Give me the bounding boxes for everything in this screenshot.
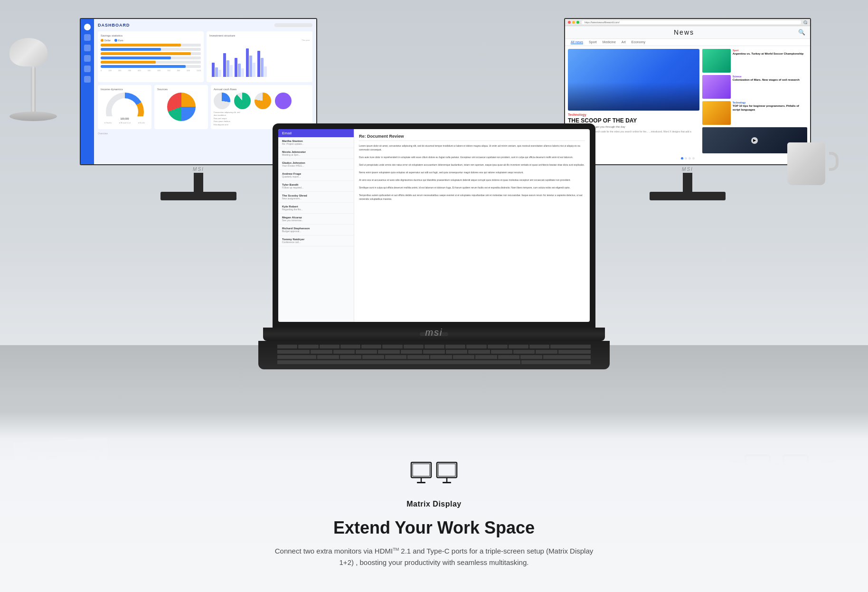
news-pagination [565, 157, 810, 160]
income-title: Income dynamics [101, 88, 149, 91]
news-card-sport: Sport Argentina vs. Turkey at World Socc… [702, 49, 807, 73]
news-title: News [674, 28, 694, 36]
email-preview-10: Conference call... [282, 241, 350, 244]
laptop: Email Martha Stanton Re: Project update.… [273, 123, 595, 369]
bottom-section: Matrix Display Extend Your Work Space Co… [0, 412, 868, 592]
mug-handle [829, 152, 839, 171]
email-item-6: The Scooby Shred New assignment... [278, 192, 354, 203]
laptop-screen: Email Martha Stanton Re: Project update.… [278, 129, 590, 322]
right-monitor-screen: https://latestnewsoftheworld.com/ 🔍 News… [564, 18, 811, 165]
sidebar-nav-2 [84, 45, 91, 51]
sidebar-logo [84, 24, 91, 30]
right-monitor-stand-neck [683, 173, 692, 192]
card3-category: Technology [733, 101, 807, 104]
email-item-3: Gladys Johnston Your invoice #4521... [278, 159, 354, 170]
matrix-display-icon-container [410, 460, 458, 495]
svg-rect-1 [413, 464, 430, 476]
laptop-brand: msi [425, 327, 443, 338]
main-scene: DASHBOARD Savings statistics Dollar Euro [0, 0, 868, 592]
email-item-10: Tommy Natdryer Conference call... [278, 235, 354, 246]
card3-title: TOP 10 tips for beginner programmers. Pi… [733, 104, 807, 112]
right-monitor-stand-base [650, 192, 726, 200]
email-item-5: Tyler Bandit Follow up required... [278, 181, 354, 192]
email-item-8: Megan Alcaraz See you tomorrow... [278, 214, 354, 225]
email-preview-5: Follow up required... [282, 186, 350, 189]
income-gauge [106, 93, 144, 116]
email-preview-4: Quarterly report... [282, 175, 350, 178]
email-preview-1: Re: Project update... [282, 142, 350, 145]
dashboard-widgets-row1: Savings statistics Dollar Euro [98, 31, 312, 82]
sidebar-nav-1 [84, 34, 91, 41]
matrix-display-icon [410, 460, 458, 493]
description-part1: Connect two extra monitors via HDMI [275, 547, 393, 555]
news-card-tech: Technology TOP 10 tips for beginner prog… [702, 101, 807, 125]
email-item-1: Martha Stanton Re: Project update... [278, 137, 354, 148]
matrix-display-label: Matrix Display [406, 500, 461, 508]
news-nav-medicine: Medicine [603, 40, 616, 44]
savings-title: Savings statistics [101, 34, 201, 37]
lamp-shade [9, 38, 47, 66]
news-side-cards: Sport Argentina vs. Turkey at World Socc… [702, 49, 807, 153]
card2-category: Science [733, 75, 800, 78]
sources-pie [167, 93, 196, 121]
mug-body [787, 142, 825, 185]
laptop-keyboard [277, 345, 591, 361]
cashflow-title: Annual cash flows [214, 88, 310, 91]
coffee-mug [787, 142, 830, 190]
dashboard-sidebar [81, 19, 94, 164]
email-body: Re: Document Review Lorem ipsum dolor si… [354, 129, 590, 322]
email-sidebar: Email Martha Stanton Re: Project update.… [278, 129, 354, 322]
email-item-9: Richard Stephenson Budget approval... [278, 225, 354, 235]
card1-category: Sport [733, 49, 803, 52]
email-header: Email [278, 129, 354, 137]
news-nav-sport: Sport [589, 40, 597, 44]
email-item-4: Andrew Frage Quarterly report... [278, 170, 354, 181]
news-nav-all: All news [571, 40, 583, 44]
email-preview-3: Your invoice #4521... [282, 164, 350, 167]
dashboard-search [274, 23, 312, 27]
svg-rect-5 [438, 464, 455, 476]
lamp-base [9, 112, 57, 121]
sources-widget: Sources [154, 85, 208, 129]
sidebar-nav-5 [84, 76, 91, 83]
income-widget: Income dynamics 100,000 ● Stocks● Mutual… [98, 85, 151, 129]
sources-title: Sources [157, 88, 205, 91]
laptop-screen-container: Email Martha Stanton Re: Project update.… [273, 123, 595, 328]
email-preview-2: Meeting at 3pm... [282, 153, 350, 156]
extend-description: Connect two extra monitors via HDMITM 2.… [268, 545, 600, 568]
email-item-2: Nicola Jebmoster Meeting at 3pm... [278, 148, 354, 159]
laptop-keyboard-base [258, 341, 610, 369]
extend-title: Extend Your Work Space [333, 518, 535, 538]
svg-rect-4 [437, 462, 457, 478]
cashflow-widget: Annual cash flows Consectetur adipiscing… [211, 85, 312, 129]
news-card-science: Science Colonization of Mars. New stages… [702, 75, 807, 99]
desk-lamp [9, 38, 57, 121]
email-preview-8: See you tomorrow... [282, 219, 350, 222]
email-preview-6: New assignment... [282, 197, 350, 200]
savings-bars [101, 44, 201, 68]
email-item-7: Kyle Robert Regarding the file... [278, 203, 354, 214]
email-preview-7: Regarding the file... [282, 208, 350, 211]
svg-rect-0 [411, 462, 431, 478]
main-category: Technology [568, 113, 699, 116]
legend-euro: Euro [118, 39, 123, 42]
left-monitor-stand-neck [194, 173, 203, 192]
news-nav-economy: Economy [632, 40, 645, 44]
hdmi-superscript: TM [393, 547, 399, 552]
svg-rect-3 [417, 482, 425, 483]
right-monitor: https://latestnewsoftheworld.com/ 🔍 News… [564, 18, 811, 170]
savings-widget: Savings statistics Dollar Euro [98, 31, 204, 82]
card2-title: Colonization of Mars. New stages of soil… [733, 78, 800, 82]
news-nav: All news Sport Medicine Art Economy [565, 39, 810, 46]
card1-title: Argentina vs. Turkey at World Soccer Cha… [733, 52, 803, 56]
dashboard-header: DASHBOARD [98, 23, 312, 28]
sidebar-nav-4 [84, 66, 91, 72]
overview-label: Overview [98, 132, 108, 135]
dashboard-widgets-row2: Income dynamics 100,000 ● Stocks● Mutual… [98, 85, 312, 129]
investment-widget: Investment structure This year [207, 31, 312, 82]
sidebar-nav-3 [84, 55, 91, 62]
lamp-arm [31, 66, 36, 114]
email-body-text: Lorem ipsum dolor sit amet, consectetur … [359, 144, 585, 201]
email-preview-9: Budget approval... [282, 230, 350, 233]
dashboard-title: DASHBOARD [98, 23, 130, 28]
